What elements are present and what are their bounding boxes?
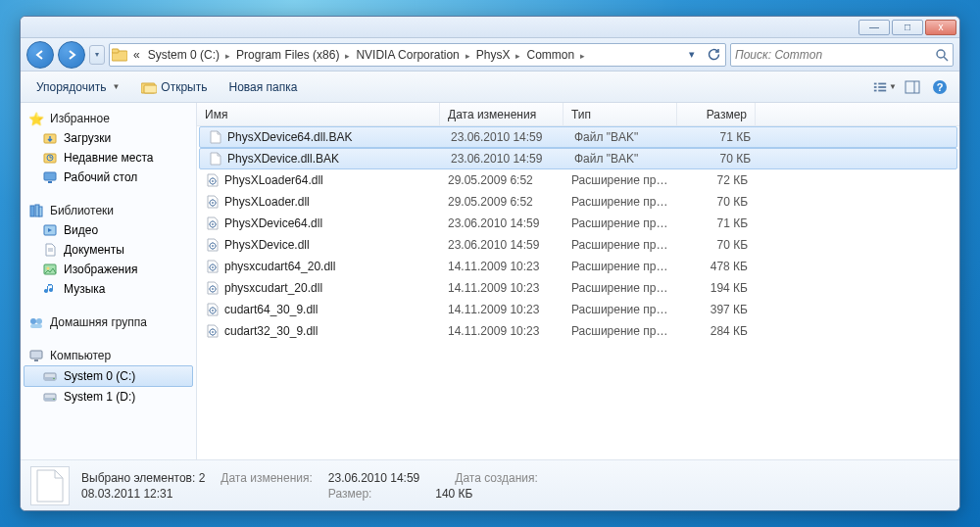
file-type: Расширение при... <box>564 324 677 338</box>
search-input[interactable] <box>735 48 935 62</box>
svg-rect-21 <box>30 206 34 216</box>
sidebar-homegroup-head[interactable]: Домашняя группа <box>21 312 196 332</box>
sidebar-computer-label: Компьютер <box>50 349 111 362</box>
status-size-label: Размер: <box>328 487 419 501</box>
titlebar[interactable]: — □ x <box>21 17 959 38</box>
file-row[interactable]: PhysXDevice.dll.BAK23.06.2010 14:59Файл … <box>199 148 957 169</box>
new-folder-button[interactable]: Новая папка <box>220 77 305 97</box>
file-size: 71 КБ <box>677 216 756 230</box>
svg-point-49 <box>212 266 214 268</box>
crumb-0[interactable]: System 0 (C:) <box>144 48 223 62</box>
crumb-3[interactable]: PhysX <box>472 48 514 62</box>
crumb-arrow-icon[interactable]: ▸ <box>578 51 587 61</box>
crumb-arrow-icon[interactable]: ▸ <box>223 51 232 61</box>
minimize-button[interactable]: — <box>858 20 890 35</box>
file-type: Файл "BAK" <box>566 152 680 166</box>
svg-point-39 <box>53 399 55 401</box>
file-row[interactable]: PhysXLoader.dll29.05.2009 6:52Расширение… <box>197 191 959 213</box>
col-size[interactable]: Размер <box>677 103 756 125</box>
homegroup-icon <box>28 314 44 330</box>
file-row[interactable]: PhysXDevice64.dll23.06.2010 14:59Расшире… <box>197 213 959 234</box>
dll-icon <box>205 259 220 274</box>
status-mod-label: Дата изменения: <box>220 471 313 485</box>
file-date: 14.11.2009 10:23 <box>440 303 564 316</box>
sidebar-computer-head[interactable]: Компьютер <box>21 346 196 365</box>
status-file-icon <box>30 466 70 505</box>
organize-button[interactable]: Упорядочить▼ <box>28 77 127 97</box>
file-row[interactable]: cudart64_30_9.dll14.11.2009 10:23Расшире… <box>197 299 959 320</box>
toolbar: Упорядочить▼ Открыть Новая папка ▼ ? <box>21 72 959 103</box>
refresh-button[interactable] <box>704 45 723 65</box>
svg-rect-12 <box>906 81 919 93</box>
drive-icon <box>42 368 58 384</box>
column-headers: Имя Дата изменения Тип Размер <box>197 103 959 126</box>
sidebar-item-label: Музыка <box>64 282 105 296</box>
search-box[interactable] <box>730 43 954 67</box>
file-size: 478 КБ <box>677 260 756 273</box>
col-date[interactable]: Дата изменения <box>440 103 564 125</box>
status-mod-value: 23.06.2010 14:59 <box>328 471 419 485</box>
sidebar-item-label: Документы <box>64 243 124 257</box>
sidebar-computer-group: Компьютер System 0 (C:)System 1 (D:) <box>21 346 196 407</box>
nav-row: ▾ « System 0 (C:)▸Program Files (x86)▸NV… <box>21 38 959 72</box>
file-row[interactable]: cudart32_30_9.dll14.11.2009 10:23Расшире… <box>197 320 959 342</box>
file-row[interactable]: PhysXDevice64.dll.BAK23.06.2010 14:59Фай… <box>199 126 957 148</box>
computer-icon <box>28 348 44 363</box>
sidebar-item-label: Рабочий стол <box>64 170 137 184</box>
sidebar-favorites-head[interactable]: ⭐ Избранное <box>21 109 196 128</box>
open-button[interactable]: Открыть <box>133 76 215 98</box>
col-type[interactable]: Тип <box>564 103 677 125</box>
open-icon <box>141 79 157 95</box>
maximize-button[interactable]: □ <box>892 20 923 35</box>
sidebar-item[interactable]: Музыка <box>21 279 196 299</box>
svg-rect-10 <box>878 86 886 88</box>
back-button[interactable] <box>26 41 54 69</box>
sidebar[interactable]: ⭐ Избранное ЗагрузкиНедавние местаРабочи… <box>21 103 197 459</box>
crumb-4[interactable]: Common <box>522 48 578 62</box>
status-created-value: 08.03.2011 12:31 <box>81 487 205 501</box>
forward-button[interactable] <box>58 41 85 69</box>
sidebar-item[interactable]: System 0 (C:) <box>24 365 193 387</box>
file-type: Расширение при... <box>564 173 677 187</box>
file-row[interactable]: physxcudart_20.dll14.11.2009 10:23Расшир… <box>197 277 959 299</box>
crumb-prefix[interactable]: « <box>129 48 144 62</box>
file-size: 397 КБ <box>677 303 756 316</box>
sidebar-homegroup-label: Домашняя группа <box>50 315 147 329</box>
preview-pane-button[interactable] <box>901 76 924 98</box>
view-options-button[interactable]: ▼ <box>873 76 897 98</box>
file-list[interactable]: PhysXDevice64.dll.BAK23.06.2010 14:59Фай… <box>197 126 959 459</box>
sidebar-item[interactable]: Рабочий стол <box>21 168 196 187</box>
crumb-arrow-icon[interactable]: ▸ <box>464 51 472 61</box>
search-icon[interactable] <box>935 48 949 62</box>
close-button[interactable]: x <box>925 20 956 35</box>
file-date: 23.06.2010 14:59 <box>440 216 564 230</box>
sidebar-item[interactable]: Документы <box>21 240 196 260</box>
sidebar-item[interactable]: System 1 (D:) <box>21 387 196 407</box>
address-bar[interactable]: « System 0 (C:)▸Program Files (x86)▸NVID… <box>109 43 726 67</box>
sidebar-item[interactable]: Загрузки <box>21 128 196 148</box>
svg-point-51 <box>212 288 214 290</box>
svg-rect-33 <box>34 359 38 361</box>
help-button[interactable]: ? <box>928 76 952 98</box>
file-icon <box>208 129 223 145</box>
file-name: PhysXDevice64.dll <box>224 216 322 230</box>
svg-rect-23 <box>39 207 42 216</box>
sidebar-item[interactable]: Видео <box>21 220 196 240</box>
svg-point-53 <box>212 310 214 311</box>
col-name[interactable]: Имя <box>197 103 440 125</box>
crumb-1[interactable]: Program Files (x86) <box>232 48 343 62</box>
sidebar-item[interactable]: Изображения <box>21 260 196 279</box>
sidebar-item[interactable]: Недавние места <box>21 148 196 168</box>
crumb-2[interactable]: NVIDIA Corporation <box>352 48 463 62</box>
sidebar-libraries-head[interactable]: Библиотеки <box>21 201 196 220</box>
address-dropdown[interactable]: ▾ <box>682 45 702 65</box>
file-row[interactable]: PhysXLoader64.dll29.05.2009 6:52Расширен… <box>197 169 959 191</box>
history-dropdown[interactable]: ▾ <box>89 45 105 65</box>
file-date: 23.06.2010 14:59 <box>440 238 564 252</box>
file-name: cudart64_30_9.dll <box>224 303 318 316</box>
svg-point-36 <box>53 378 55 380</box>
file-row[interactable]: PhysXDevice.dll23.06.2010 14:59Расширени… <box>197 234 959 256</box>
body: ⭐ Избранное ЗагрузкиНедавние местаРабочи… <box>21 103 959 459</box>
file-row[interactable]: physxcudart64_20.dll14.11.2009 10:23Расш… <box>197 256 959 277</box>
svg-rect-22 <box>35 205 39 216</box>
